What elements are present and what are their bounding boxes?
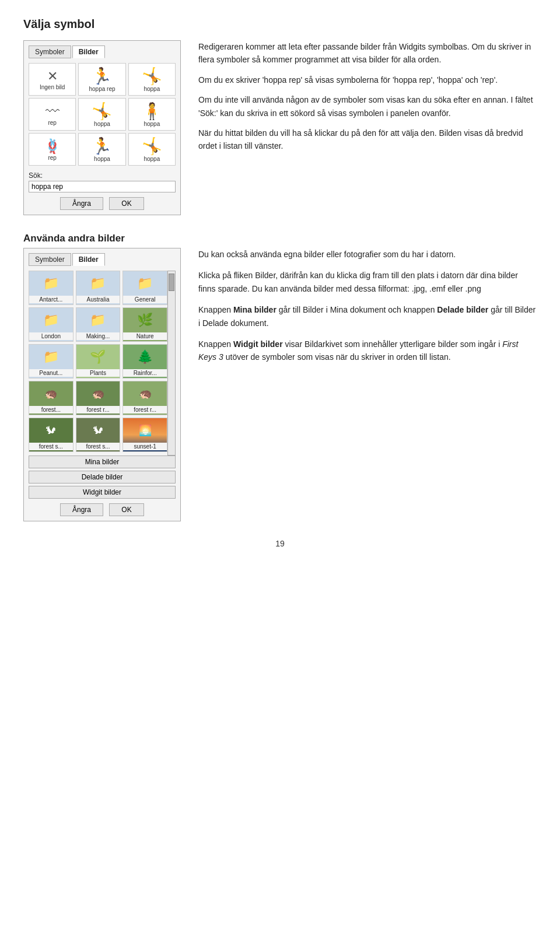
making-label: Making... [76,332,120,340]
text1-p3: Om du inte vill använda någon av de symb… [198,93,537,120]
symbol-cell-rep[interactable]: 〰 rep [29,98,76,131]
hoppa1-icon: 🤸 [142,68,162,85]
rainfor-label: Rainfor... [123,369,167,377]
search-label: Sök: [29,171,176,180]
folder-rainfor[interactable]: 🌲 Rainfor... [123,344,167,379]
australia-thumb: 📁 [76,271,120,296]
text2-intro: Du kan också använda egna bilder eller f… [198,248,537,261]
rep-icon: 〰 [46,104,60,118]
image-forest1[interactable]: 🦔 forest... [29,381,74,415]
plants-label: Plants [76,369,120,377]
dialog2-buttons: Ångra OK [29,503,176,516]
dialog2-undo-button[interactable]: Ångra [60,503,103,516]
dialog-tabs-1: Symboler Bilder [29,45,176,58]
image-forest3[interactable]: 🦔 forest r... [123,381,167,415]
folder-peanut[interactable]: 📁 Peanut... [29,344,74,379]
dialog2-ok-button[interactable]: OK [109,503,144,516]
nature-label: Nature [123,332,167,340]
tab-bilder-1[interactable]: Bilder [72,45,105,58]
symbol-cell-hoppa1[interactable]: 🤸 hoppa [128,63,176,96]
symbol-cell-hopparep1[interactable]: 🏃 hoppa rep [78,63,125,96]
hopparep1-icon: 🏃 [92,68,112,85]
hoppa5-icon: 🤸 [142,138,162,155]
symbol-label-hoppa5: hoppa [144,156,160,162]
text2-p3-prefix: Knappen [198,339,233,349]
hoppa2-icon: 🤸 [92,103,112,120]
text1-p4: När du hittat bilden du vill ha så klick… [198,127,537,153]
text2-p3-mid: visar Bildarkivet som innehåller ytterli… [283,339,503,349]
peanut-label: Peanut... [29,369,73,377]
dialog1-ok-button[interactable]: OK [109,197,144,210]
page-number: 19 [23,539,537,548]
text1-p2: Om du ex skriver 'hoppa rep' så visas sy… [198,73,537,86]
hoppa4-icon: 🏃 [92,138,112,155]
forests1-label: forest s... [29,443,73,450]
symbol-label-hoppa2: hoppa [94,121,110,127]
image-grid-container: 📁 Antarct... 📁 Australia 📁 General 📁 [29,271,176,456]
symbol-label-hoppa4: hoppa [94,156,110,162]
peanut-thumb: 📁 [29,345,73,369]
folder-nature[interactable]: 🌿 Nature [123,307,167,342]
mina-bilder-button[interactable]: Mina bilder [29,456,176,468]
symbol-cell-hoppa4[interactable]: 🏃 hoppa [78,133,125,166]
scrollbar-thumb[interactable] [169,274,174,291]
delade-bilder-button[interactable]: Delade bilder [29,471,176,483]
general-label: General [123,296,167,303]
folder-antarct[interactable]: 📁 Antarct... [29,271,74,305]
image-sunset[interactable]: 🌅 sunset-1 [123,418,167,452]
nature-thumb: 🌿 [123,308,167,332]
image-grid: 📁 Antarct... 📁 Australia 📁 General 📁 [29,271,167,452]
sunset-thumb: 🌅 [123,418,167,443]
dialog1-undo-button[interactable]: Ångra [60,197,103,210]
tab-bilder-2[interactable]: Bilder [72,253,105,266]
folder-making[interactable]: 📁 Making... [76,307,121,342]
text2-p1: Klicka på fliken Bilder, därifrån kan du… [198,269,537,295]
forest1-label: forest... [29,406,73,414]
dialog-panel-1: Symboler Bilder ✕ Ingen bild 🏃 hoppa rep… [23,40,181,215]
search-input[interactable] [29,181,176,192]
rep2-icon: 🪢 [44,139,61,153]
general-thumb: 📁 [123,271,167,296]
symbol-cell-hoppa2[interactable]: 🤸 hoppa [78,98,125,131]
image-grid-wrapper: 📁 Antarct... 📁 Australia 📁 General 📁 [29,271,167,456]
ingen-bild-icon: ✕ [47,70,58,83]
section2-title: Använda andra bilder [23,233,537,244]
forest1-thumb: 🦔 [29,381,73,406]
forest2-label: forest r... [76,406,120,414]
symbol-cell-hoppa5[interactable]: 🤸 hoppa [128,133,176,166]
page-title: Välja symbol [23,17,537,31]
text1-p1: Redigeraren kommer att leta efter passan… [198,40,537,66]
folder-plants[interactable]: 🌱 Plants [76,344,121,379]
image-forest2[interactable]: 🦔 forest r... [76,381,121,415]
folder-australia[interactable]: 📁 Australia [76,271,121,305]
text2-delade-bilder: Delade bilder [437,305,488,314]
text2-mina-bilder: Mina bilder [233,305,276,314]
symbol-cell-hoppa3[interactable]: 🧍 hoppa [128,98,176,131]
antarct-thumb: 📁 [29,271,73,296]
widgit-bilder-button[interactable]: Widgit bilder [29,486,176,499]
symbol-label-hoppa1: hoppa [144,86,160,92]
plants-thumb: 🌱 [76,345,120,369]
dialog-tabs-2: Symboler Bilder [29,253,176,266]
symbol-cell-rep2[interactable]: 🪢 rep [29,133,76,166]
scrollbar[interactable] [167,271,176,456]
nav-buttons: Mina bilder Delade bilder Widgit bilder [29,456,176,499]
image-forests1[interactable]: 🐿 forest s... [29,418,74,452]
rainfor-thumb: 🌲 [123,345,167,369]
image-forests2[interactable]: 🐿 forest s... [76,418,121,452]
symbol-cell-ingen[interactable]: ✕ Ingen bild [29,63,76,96]
folder-general[interactable]: 📁 General [123,271,167,305]
antarct-label: Antarct... [29,296,73,303]
text-content-2: Du kan också använda egna bilder eller f… [198,248,537,521]
tab-symboler-2[interactable]: Symboler [29,253,71,266]
symbol-label-hopparep1: hoppa rep [89,86,115,92]
dialog1-buttons: Ångra OK [29,197,176,210]
forest2-thumb: 🦔 [76,381,120,406]
text2-widgit-bilder: Widgit bilder [233,339,283,349]
symbol-label-ingen: Ingen bild [40,84,65,90]
australia-label: Australia [76,296,120,303]
symbol-grid: ✕ Ingen bild 🏃 hoppa rep 🤸 hoppa 〰 rep 🤸… [29,63,176,166]
hoppa3-icon: 🧍 [142,103,162,120]
folder-london[interactable]: 📁 London [29,307,74,342]
tab-symboler-1[interactable]: Symboler [29,45,71,58]
